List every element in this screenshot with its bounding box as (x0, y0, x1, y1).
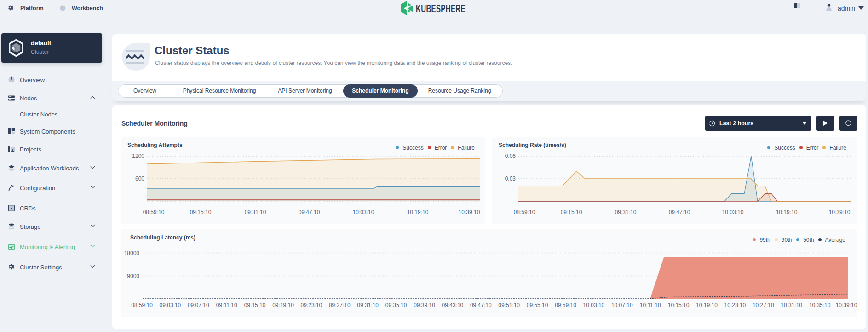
svg-text:10:07:10: 10:07:10 (611, 302, 633, 309)
svg-text:1200: 1200 (132, 153, 144, 159)
svg-text:0.06: 0.06 (505, 153, 516, 159)
svg-text:09:55:10: 09:55:10 (527, 302, 548, 309)
svg-text:09:07:10: 09:07:10 (188, 302, 209, 309)
svg-text:08:59:10: 08:59:10 (514, 209, 535, 216)
svg-text:09:39:10: 09:39:10 (414, 302, 435, 309)
svg-text:09:47:10: 09:47:10 (299, 209, 320, 216)
svg-text:10:19:10: 10:19:10 (407, 209, 429, 216)
svg-text:09:59:10: 09:59:10 (555, 302, 576, 309)
svg-text:10:11:10: 10:11:10 (640, 302, 661, 309)
svg-text:10:31:10: 10:31:10 (781, 302, 802, 309)
svg-text:10:03:10: 10:03:10 (583, 302, 605, 309)
svg-text:10:19:10: 10:19:10 (776, 209, 798, 216)
svg-text:09:15:10: 09:15:10 (244, 302, 266, 309)
svg-text:09:23:10: 09:23:10 (301, 302, 322, 309)
svg-text:18000: 18000 (124, 250, 140, 256)
svg-text:10:39:10: 10:39:10 (829, 209, 851, 216)
svg-text:09:15:10: 09:15:10 (190, 209, 212, 216)
svg-text:9000: 9000 (127, 273, 139, 280)
svg-text:08:59:10: 08:59:10 (131, 302, 153, 309)
svg-text:09:31:10: 09:31:10 (245, 209, 266, 216)
svg-text:10:23:10: 10:23:10 (724, 302, 746, 309)
svg-text:09:47:10: 09:47:10 (669, 209, 690, 216)
svg-text:09:03:10: 09:03:10 (160, 302, 181, 309)
svg-text:10:39:10: 10:39:10 (836, 302, 857, 309)
svg-text:09:15:10: 09:15:10 (561, 209, 582, 216)
svg-text:10:35:10: 10:35:10 (809, 302, 831, 309)
svg-text:09:27:10: 09:27:10 (329, 302, 351, 309)
svg-text:10:03:10: 10:03:10 (722, 209, 744, 216)
svg-text:0.03: 0.03 (505, 175, 516, 182)
svg-text:09:11:10: 09:11:10 (216, 302, 237, 309)
svg-text:09:47:10: 09:47:10 (470, 302, 492, 309)
svg-text:09:35:10: 09:35:10 (385, 302, 407, 309)
svg-text:09:31:10: 09:31:10 (357, 302, 379, 309)
svg-text:10:27:10: 10:27:10 (753, 302, 774, 309)
svg-text:09:51:10: 09:51:10 (498, 302, 520, 309)
svg-text:10:19:10: 10:19:10 (696, 302, 718, 309)
svg-text:09:31:10: 09:31:10 (615, 209, 637, 216)
svg-text:10:03:10: 10:03:10 (353, 209, 374, 216)
svg-text:08:59:10: 08:59:10 (143, 209, 165, 216)
svg-text:10:15:10: 10:15:10 (668, 302, 690, 309)
svg-text:10:39:10: 10:39:10 (459, 209, 480, 216)
svg-text:09:19:10: 09:19:10 (272, 302, 294, 309)
svg-text:600: 600 (135, 175, 144, 182)
svg-text:09:43:10: 09:43:10 (442, 302, 464, 309)
